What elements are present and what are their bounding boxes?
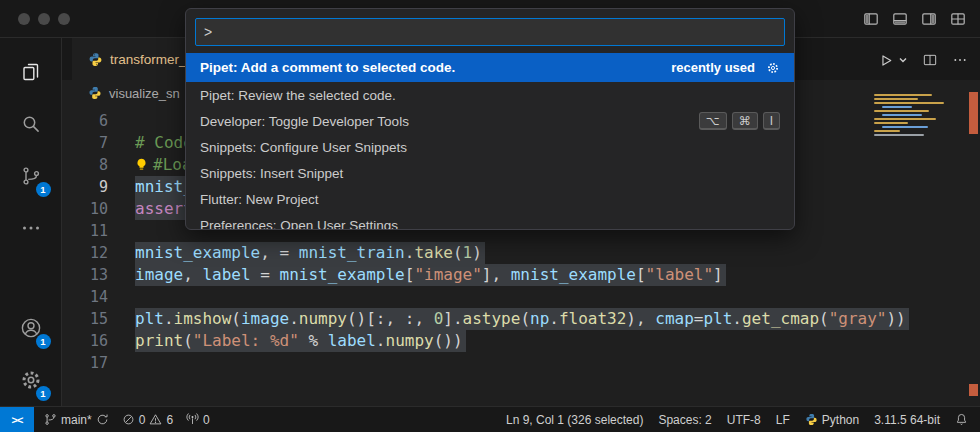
branch-status[interactable]: main* [44, 413, 109, 427]
more-actions-button[interactable] [952, 52, 968, 68]
toggle-panel-icon[interactable] [892, 11, 908, 27]
close-button[interactable] [18, 13, 30, 25]
encoding-status[interactable]: UTF-8 [727, 413, 761, 427]
remote-indicator[interactable]: >< [0, 407, 34, 432]
keycap: I [763, 112, 780, 130]
palette-item-label: Pipet: Review the selected code. [200, 88, 780, 103]
palette-item[interactable]: Snippets: Insert Snippet [186, 160, 794, 186]
line-number[interactable]: 9 [62, 176, 108, 198]
interpreter-status[interactable]: 3.11.5 64-bit [874, 413, 940, 427]
palette-list: Pipet: Add a comment to selected code.re… [186, 53, 794, 230]
branch-icon [44, 413, 57, 426]
code-line[interactable]: mnist_example, = mnist_train.take(1) [135, 242, 980, 264]
remote-icon: >< [12, 414, 23, 426]
gear-icon[interactable] [766, 61, 780, 75]
line-number[interactable]: 11 [62, 220, 108, 242]
overview-ruler-mark [969, 92, 978, 134]
ellipsis-icon [19, 216, 43, 240]
lightbulb-icon[interactable] [135, 158, 148, 171]
line-number[interactable]: 8 [62, 154, 108, 176]
vscode-window: { "window": {"controls": ["close", "mini… [0, 0, 980, 432]
line-number[interactable]: 17 [62, 352, 108, 374]
palette-item-label: Preferences: Open User Settings [200, 218, 780, 231]
line-number[interactable]: 16 [62, 330, 108, 352]
python-file-icon [88, 52, 103, 67]
keycap: ⌘ [732, 112, 758, 130]
split-editor-button[interactable] [922, 52, 938, 68]
warning-icon [149, 413, 162, 426]
python-file-icon [88, 86, 102, 100]
sidebar-item-explorer[interactable] [0, 46, 62, 98]
palette-item-label: Developer: Toggle Developer Tools [200, 114, 699, 129]
code-line[interactable]: print("Label: %d" % label.numpy()) [135, 330, 980, 352]
search-icon [19, 112, 43, 136]
branch-label: main* [61, 413, 92, 427]
palette-item[interactable]: Snippets: Configure User Snippets [186, 134, 794, 160]
language-status[interactable]: Python [805, 413, 859, 427]
bell-icon[interactable] [955, 413, 968, 426]
palette-item-label: Flutter: New Project [200, 192, 780, 207]
line-number[interactable]: 10 [62, 198, 108, 220]
line-number[interactable]: 7 [62, 132, 108, 154]
command-palette: Pipet: Add a comment to selected code.re… [185, 8, 795, 230]
line-number[interactable]: 6 [62, 110, 108, 132]
line-number[interactable]: 12 [62, 242, 108, 264]
line-number[interactable]: 15 [62, 308, 108, 330]
language-label: Python [822, 413, 859, 427]
toggle-primary-sidebar-icon[interactable] [863, 11, 879, 27]
code-line[interactable]: image, label = mnist_example["image"], m… [135, 264, 980, 286]
palette-item[interactable]: Pipet: Add a comment to selected code.re… [186, 53, 794, 82]
minimize-button[interactable] [38, 13, 50, 25]
palette-item-label: Snippets: Insert Snippet [200, 166, 780, 181]
activity-bar: 1 1 1 [0, 38, 62, 406]
layout-controls [863, 11, 966, 27]
line-number[interactable]: 13 [62, 264, 108, 286]
tab-label: transformer_ [110, 52, 187, 67]
status-bar: >< main* 0 6 0 Ln 9, Col 1 (326 selected… [0, 406, 980, 432]
code-line[interactable]: plt.imshow(image.numpy()[:, :, 0].astype… [135, 308, 980, 330]
sidebar-item-source-control[interactable]: 1 [0, 150, 62, 202]
settings-badge: 1 [36, 386, 51, 401]
palette-item[interactable]: Preferences: Open User Settings [186, 212, 794, 230]
run-button[interactable] [878, 52, 908, 69]
palette-item-meta: recently used [671, 60, 755, 75]
broadcast-icon [186, 413, 199, 426]
sidebar-item-search[interactable] [0, 98, 62, 150]
window-controls [18, 13, 70, 25]
command-input[interactable] [195, 18, 785, 46]
palette-item[interactable]: Flutter: New Project [186, 186, 794, 212]
warning-count: 6 [166, 413, 173, 427]
python-logo-icon [805, 413, 818, 426]
accounts-button[interactable]: 1 [0, 302, 62, 354]
sync-icon [96, 413, 109, 426]
toggle-secondary-sidebar-icon[interactable] [921, 11, 937, 27]
eol-status[interactable]: LF [776, 413, 790, 427]
code-line[interactable] [135, 286, 980, 308]
tab-transformer[interactable]: transformer_ [72, 38, 204, 80]
gutter: 67891011121314151617 [62, 110, 108, 374]
palette-item[interactable]: Developer: Toggle Developer Tools⌥⌘I [186, 108, 794, 134]
palette-item[interactable]: Pipet: Review the selected code. [186, 82, 794, 108]
problems-status[interactable]: 0 6 [122, 413, 173, 427]
ports-status[interactable]: 0 [186, 413, 210, 427]
code-line[interactable] [135, 352, 980, 374]
line-number[interactable]: 14 [62, 286, 108, 308]
sidebar-item-more-views[interactable] [0, 202, 62, 254]
error-count: 0 [139, 413, 146, 427]
settings-button[interactable]: 1 [0, 354, 62, 406]
chevron-down-icon [898, 55, 908, 65]
indentation-status[interactable]: Spaces: 2 [658, 413, 711, 427]
palette-item-label: Snippets: Configure User Snippets [200, 140, 780, 155]
breadcrumb-item: visualize_sn [109, 86, 180, 101]
files-icon [19, 60, 43, 84]
cursor-position[interactable]: Ln 9, Col 1 (326 selected) [506, 413, 643, 427]
zoom-button[interactable] [58, 13, 70, 25]
customize-layout-icon[interactable] [950, 11, 966, 27]
scm-badge: 1 [36, 182, 51, 197]
palette-item-label: Pipet: Add a comment to selected code. [200, 60, 671, 75]
error-icon [122, 413, 135, 426]
ports-count: 0 [203, 413, 210, 427]
overview-ruler-mark [969, 384, 978, 396]
editor-actions [878, 45, 968, 75]
minimap[interactable] [868, 92, 962, 144]
